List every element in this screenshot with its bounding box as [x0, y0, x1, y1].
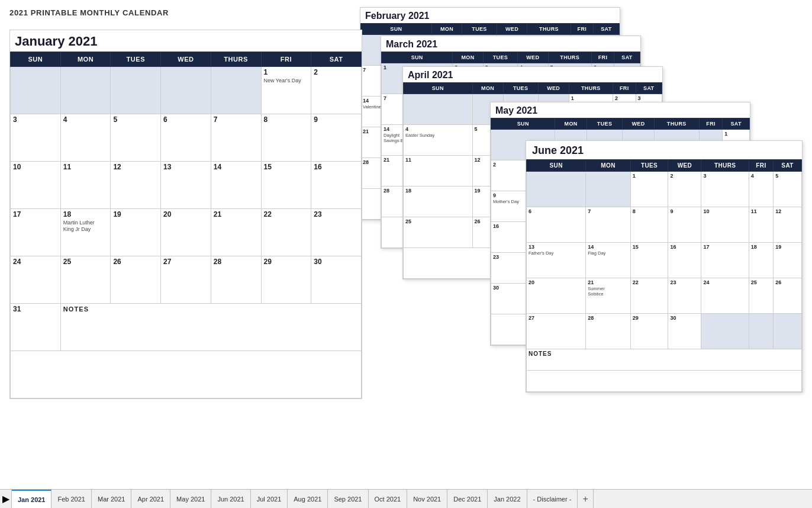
notes-row: NOTES [527, 349, 802, 371]
col-mon: MON [60, 52, 111, 67]
empty-cell [60, 67, 111, 114]
day-cell-23: 23 [311, 209, 362, 256]
day-cell-16: 16 [311, 162, 362, 209]
table-row: 20 21SummerSolstice 22 23 24 25 26 [527, 278, 802, 314]
tab-dec2021[interactable]: Dec 2021 [447, 490, 488, 508]
tab-jun2021[interactable]: Jun 2021 [211, 490, 250, 508]
day-cell-5: 5 [111, 114, 161, 162]
day-cell-28: 28 [211, 256, 261, 304]
empty-cell [11, 67, 61, 114]
day-cell-19: 19 [111, 209, 161, 256]
table-row: 3 4 5 6 7 8 9 [11, 114, 362, 162]
tab-sep2021[interactable]: Sep 2021 [328, 490, 368, 508]
tab-aug2021[interactable]: Aug 2021 [288, 490, 328, 508]
tab-nov2021[interactable]: Nov 2021 [407, 490, 447, 508]
col-tue: TUES [111, 52, 161, 67]
tab-bar: ▶ Jan 2021 Feb 2021 Mar 2021 Apr 2021 Ma… [0, 489, 812, 508]
day-cell-8: 8 [261, 114, 311, 162]
col-sun: SUN [11, 52, 61, 67]
tab-add[interactable]: + [578, 490, 593, 508]
table-row: 31 NOTES [11, 304, 362, 351]
tab-feb2021[interactable]: Feb 2021 [51, 490, 91, 508]
day-cell-11: 11 [60, 162, 111, 209]
day-cell-30: 30 [311, 256, 362, 304]
tab-jan2021[interactable]: Jan 2021 [12, 490, 51, 508]
col-sat: SAT [311, 52, 362, 67]
table-row: 1 New Year's Day 2 [11, 67, 362, 114]
notes-cell: NOTES [60, 304, 361, 351]
day-cell-10: 10 [11, 162, 61, 209]
day-cell-27: 27 [161, 256, 211, 304]
tab-jan2022[interactable]: Jan 2022 [488, 490, 527, 508]
table-row: 10 11 12 13 14 15 16 [11, 162, 362, 209]
day-cell-4: 4 [60, 114, 111, 162]
table-row: 6 7 8 9 10 11 12 [527, 207, 802, 243]
notes-area [11, 351, 362, 398]
day-cell-22: 22 [261, 209, 311, 256]
tab-oct2021[interactable]: Oct 2021 [369, 490, 408, 508]
table-row: 17 18 Martin LutherKing Jr Day 19 20 21 … [11, 209, 362, 256]
table-row: 1 2 3 4 5 [527, 172, 802, 207]
june-calendar: June 2021 SUN MON TUES WED THURS FRI SAT… [526, 140, 803, 393]
apr-title: April 2021 [403, 67, 662, 82]
may-title: May 2021 [491, 102, 750, 118]
day-cell-12: 12 [111, 162, 161, 209]
day-cell-15: 15 [261, 162, 311, 209]
day-cell-25: 25 [60, 256, 111, 304]
day-cell-18: 18 Martin LutherKing Jr Day [60, 209, 111, 256]
day-cell-26: 26 [111, 256, 161, 304]
day-cell-6: 6 [161, 114, 211, 162]
table-row: 27 28 29 30 [527, 314, 802, 349]
day-cell-17: 17 [11, 209, 61, 256]
notes-area [527, 371, 802, 392]
tab-may2021[interactable]: May 2021 [170, 490, 211, 508]
day-cell-31: 31 [11, 304, 61, 351]
jun-title: June 2021 [526, 141, 802, 159]
col-thu: THURS [211, 52, 261, 67]
day-cell-21: 21 [211, 209, 261, 256]
day-cell-2: 2 [311, 67, 362, 114]
day-cell-9: 9 [311, 114, 362, 162]
day-cell-20: 20 [161, 209, 211, 256]
tab-disclaimer[interactable]: - Disclaimer - [527, 490, 578, 508]
day-cell-1: 1 New Year's Day [261, 67, 311, 114]
day-cell-14: 14 [211, 162, 261, 209]
empty-cell [111, 67, 161, 114]
january-title: January 2021 [10, 30, 362, 52]
table-row: 24 25 26 27 28 29 30 [11, 256, 362, 304]
feb-title: February 2021 [360, 8, 620, 23]
day-cell-24: 24 [11, 256, 61, 304]
tab-apr2021[interactable]: Apr 2021 [131, 490, 170, 508]
col-fri: FRI [261, 52, 311, 67]
day-cell-29: 29 [261, 256, 311, 304]
main-content: 2021 PRINTABLE MONTHLY CALENDAR January … [0, 0, 812, 489]
tab-scroll-left[interactable]: ▶ [0, 490, 12, 508]
table-row: 13Father's Day 14Flag Day 15 16 17 18 19 [527, 243, 802, 278]
january-grid: SUN MON TUES WED THURS FRI SAT [10, 52, 362, 398]
day-cell-13: 13 [161, 162, 211, 209]
day-cell-7: 7 [211, 114, 261, 162]
january-calendar: January 2021 SUN MON TUES WED THURS FRI … [9, 30, 362, 399]
mar-title: March 2021 [381, 36, 640, 52]
empty-cell [161, 67, 211, 114]
notes-row [11, 351, 362, 398]
empty-cell [211, 67, 261, 114]
day-cell-3: 3 [11, 114, 61, 162]
tab-mar2021[interactable]: Mar 2021 [92, 490, 131, 508]
col-wed: WED [161, 52, 211, 67]
tab-jul2021[interactable]: Jul 2021 [251, 490, 288, 508]
